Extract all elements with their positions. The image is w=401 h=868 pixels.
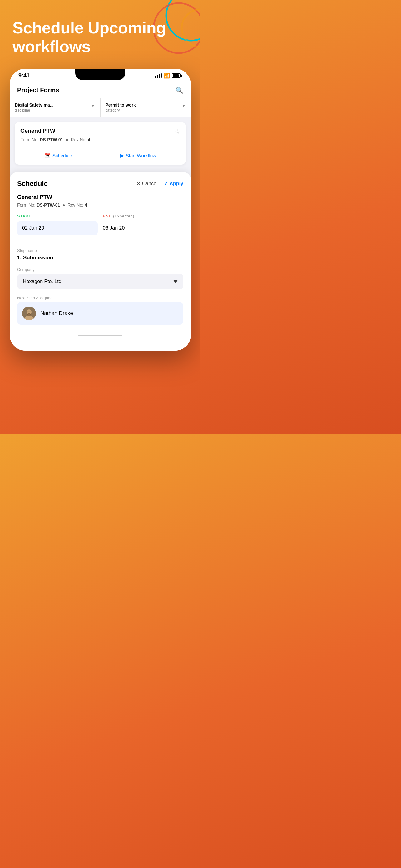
play-icon: ▶ — [120, 153, 124, 158]
category-filter-sub: category — [106, 108, 136, 113]
company-label: Company — [17, 267, 183, 272]
filter-bar: Digital Safety ma... discipline ▼ Permit… — [10, 98, 191, 117]
app-header: Project Forms 🔍 — [10, 82, 191, 98]
phone-frame: 9:41 📶 Project Forms 🔍 Digital S — [10, 69, 191, 350]
home-indicator — [17, 331, 183, 338]
schedule-form-meta: Form No: DS-PTW-01 ● Rev No: 4 — [17, 203, 183, 208]
dates-row: START 02 Jan 20 END (Expected) 06 Jan 20 — [17, 214, 183, 235]
category-filter[interactable]: Permit to work category ▼ — [101, 98, 191, 117]
discipline-filter-label: Digital Safety ma... — [15, 102, 54, 107]
step-name-label: Step name — [17, 248, 183, 253]
end-label: END (Expected) — [103, 214, 183, 218]
schedule-icon: 📅 — [44, 153, 51, 158]
form-no: DS-PTW-01 — [40, 137, 63, 142]
assignee-row[interactable]: Nathan Drake — [17, 302, 183, 324]
status-bar: 9:41 📶 — [10, 69, 191, 82]
check-icon: ✓ — [164, 181, 168, 187]
chevron-down-icon: ▼ — [91, 103, 95, 108]
end-date-input[interactable]: 06 Jan 20 — [103, 221, 183, 235]
favorite-icon[interactable]: ☆ — [175, 128, 180, 135]
schedule-header: Schedule ✕ Cancel ✓ Apply — [17, 180, 183, 188]
assignee-name: Nathan Drake — [40, 310, 73, 316]
company-field: Company Hexagon Pte. Ltd. — [17, 267, 183, 289]
form-card-actions: 📅 Schedule ▶ Start Workflow — [20, 147, 180, 160]
form-card-title: General PTW — [20, 128, 55, 134]
wifi-icon: 📶 — [164, 73, 170, 79]
form-card: General PTW ☆ Form No: DS-PTW-01 ● Rev N… — [15, 122, 186, 165]
hero-section: Schedule Upcoming workflows — [0, 0, 201, 69]
divider — [17, 242, 183, 242]
discipline-filter-sub: discipline — [15, 108, 54, 113]
company-value: Hexagon Pte. Ltd. — [23, 279, 63, 284]
notch — [75, 69, 125, 80]
schedule-button[interactable]: 📅 Schedule — [39, 151, 77, 160]
category-filter-label: Permit to work — [106, 102, 136, 107]
search-icon[interactable]: 🔍 — [175, 87, 183, 94]
battery-icon — [172, 73, 182, 78]
cancel-button[interactable]: ✕ Cancel — [136, 181, 158, 187]
avatar — [22, 307, 36, 320]
step-name-field: Step name 1. Submission — [17, 248, 183, 261]
x-icon: ✕ — [136, 181, 140, 187]
signal-icon — [155, 73, 162, 78]
start-label: START — [17, 214, 98, 218]
chevron-down-icon-2: ▼ — [181, 103, 186, 108]
form-card-meta: Form No: DS-PTW-01 ● Rev No: 4 — [20, 137, 180, 142]
dropdown-arrow-icon — [173, 280, 178, 283]
start-date-col: START 02 Jan 20 — [17, 214, 98, 235]
step-name-value: 1. Submission — [17, 255, 183, 261]
assignee-field: Next Step Assignee Nathan Drak — [17, 296, 183, 324]
app-header-title: Project Forms — [17, 87, 59, 94]
svg-point-8 — [27, 313, 31, 316]
status-icons: 📶 — [155, 73, 182, 79]
status-time: 9:41 — [19, 72, 30, 79]
schedule-panel-title: Schedule — [17, 180, 48, 188]
form-list: General PTW ☆ Form No: DS-PTW-01 ● Rev N… — [10, 117, 191, 170]
schedule-header-actions: ✕ Cancel ✓ Apply — [136, 181, 183, 187]
schedule-rev-no: 4 — [85, 203, 87, 208]
assignee-label: Next Step Assignee — [17, 296, 183, 300]
rev-no: 4 — [88, 137, 90, 142]
hero-title: Schedule Upcoming workflows — [12, 19, 188, 56]
svg-point-6 — [28, 311, 29, 312]
schedule-form-no: DS-PTW-01 — [37, 203, 60, 208]
schedule-form-name: General PTW — [17, 194, 183, 200]
apply-button[interactable]: ✓ Apply — [164, 181, 183, 187]
start-workflow-button[interactable]: ▶ Start Workflow — [115, 151, 161, 160]
schedule-panel: Schedule ✕ Cancel ✓ Apply General PTW Fo… — [10, 172, 191, 350]
svg-point-7 — [30, 311, 31, 312]
start-date-input[interactable]: 02 Jan 20 — [17, 221, 98, 235]
company-dropdown[interactable]: Hexagon Pte. Ltd. — [17, 274, 183, 289]
discipline-filter[interactable]: Digital Safety ma... discipline ▼ — [10, 98, 101, 117]
end-date-col: END (Expected) 06 Jan 20 — [103, 214, 183, 235]
home-bar — [78, 335, 122, 336]
